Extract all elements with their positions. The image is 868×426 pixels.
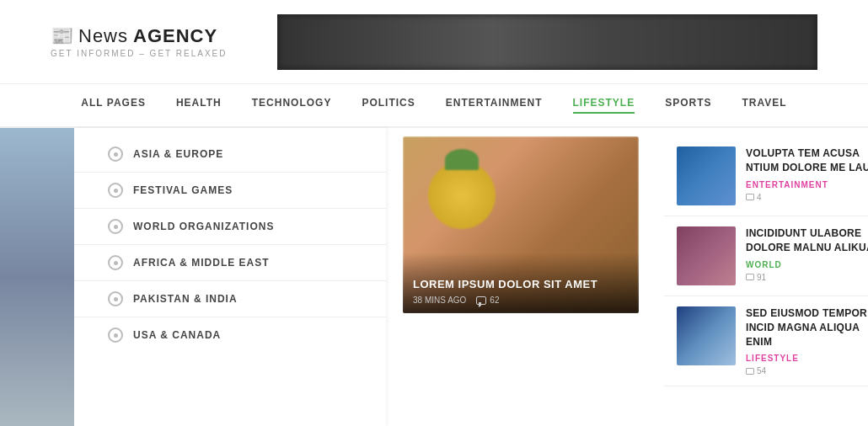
center-content: LOREM IPSUM DOLOR SIT AMET 38 MINS AGO 6… [386,128,656,426]
article-category-1: ENTERTAINMENT [746,180,868,189]
sidebar-label-festival-games: FESTIVAL GAMES [133,184,233,196]
article-headline-3: SED EIUSMOD TEMPOR INCID MAGNA ALIQUA EN… [746,306,868,349]
left-blur-bg [0,128,74,426]
article-item-2[interactable]: INCIDIDUNT ULABORE DOLORE MALNU ALIKUA W… [664,216,868,296]
bullet-icon [108,255,123,270]
main-content: ASIA & EUROPE FESTIVAL GAMES WORLD ORGAN… [0,128,868,426]
nav-lifestyle[interactable]: LIFESTYLE [573,97,635,114]
inner-content: ASIA & EUROPE FESTIVAL GAMES WORLD ORGAN… [74,128,868,426]
sidebar-item-festival-games[interactable]: FESTIVAL GAMES [74,173,386,209]
bullet-icon [108,146,123,162]
sidebar-item-usa-canada[interactable]: USA & CANADA [74,317,386,353]
nav-technology[interactable]: TECHNOLOGY [252,97,332,114]
article-item-1[interactable]: VOLUPTA TEM ACUSA NTIUM DOLORE ME LAUD E… [664,136,868,216]
article-thumb-3 [677,306,736,365]
article-thumb-1 [677,146,736,205]
featured-title: LOREM IPSUM DOLOR SIT AMET [413,278,629,290]
comment-icon-1 [746,194,754,200]
comment-count: 62 [476,296,499,305]
banner-blur [277,14,817,70]
header: 📰 NewsAGENCY GET INFORMED – GET RELAXED [0,0,868,84]
featured-meta: 38 MINS AGO 62 [413,296,629,305]
article-comments-3: 54 [757,366,766,375]
logo-text-news: News [78,25,128,47]
article-item-3[interactable]: SED EIUSMOD TEMPOR INCID MAGNA ALIQUA EN… [664,296,868,386]
comment-box-2: 91 [746,273,766,282]
header-banner [277,14,817,70]
sidebar-label-africa-middle-east: AFRICA & MIDDLE EAST [133,257,270,269]
article-info-3: SED EIUSMOD TEMPOR INCID MAGNA ALIQUA EN… [746,306,868,375]
sidebar: ASIA & EUROPE FESTIVAL GAMES WORLD ORGAN… [74,128,386,426]
logo-tagline: GET INFORMED – GET RELAXED [51,49,227,58]
logo-title: 📰 NewsAGENCY [51,25,227,47]
nav-entertainment[interactable]: ENTERTAINMENT [446,97,543,114]
logo-text-agency: AGENCY [133,25,217,47]
article-info-2: INCIDIDUNT ULABORE DOLORE MALNU ALIKUA W… [746,226,868,285]
article-info-1: VOLUPTA TEM ACUSA NTIUM DOLORE ME LAUD E… [746,146,868,205]
sidebar-label-pakistan-india: PAKISTAN & INDIA [133,293,238,305]
article-meta-2: 91 [746,273,868,282]
sidebar-item-world-organizations[interactable]: WORLD ORGANIZATIONS [74,209,386,245]
comment-icon-2 [746,274,754,280]
comment-icon-3 [746,368,754,375]
sidebar-label-usa-canada: USA & CANADA [133,329,221,341]
featured-comment-count: 62 [490,296,499,305]
nav-politics[interactable]: POLITICS [362,97,415,114]
sidebar-label-asia-europe: ASIA & EUROPE [133,148,223,160]
nav-all-pages[interactable]: ALL PAGES [81,97,146,114]
newspaper-icon: 📰 [51,25,73,47]
bullet-icon [108,327,123,343]
right-articles: VOLUPTA TEM ACUSA NTIUM DOLORE ME LAUD E… [656,128,868,426]
comment-box-1: 4 [746,193,762,202]
sidebar-item-asia-europe[interactable]: ASIA & EUROPE [74,136,386,173]
article-meta-3: 54 [746,366,868,375]
featured-overlay: LOREM IPSUM DOLOR SIT AMET 38 MINS AGO 6… [403,253,639,313]
bullet-icon [108,183,123,198]
nav-travel[interactable]: TRAVEL [742,97,787,114]
bullet-icon [108,219,123,234]
sidebar-label-world-organizations: WORLD ORGANIZATIONS [133,221,274,232]
nav-health[interactable]: HEALTH [176,97,222,114]
comment-bubble-icon [476,296,486,305]
nav-sports[interactable]: SPORTS [665,97,711,114]
bullet-icon [108,291,123,306]
featured-time: 38 MINS AGO [413,296,466,305]
article-headline-1: VOLUPTA TEM ACUSA NTIUM DOLORE ME LAUD [746,146,868,175]
article-meta-1: 4 [746,193,868,202]
article-thumb-2 [677,226,736,285]
article-category-2: WORLD [746,260,868,269]
featured-card[interactable]: LOREM IPSUM DOLOR SIT AMET 38 MINS AGO 6… [403,136,639,313]
logo: 📰 NewsAGENCY GET INFORMED – GET RELAXED [51,25,227,58]
sidebar-item-pakistan-india[interactable]: PAKISTAN & INDIA [74,281,386,317]
article-headline-2: INCIDIDUNT ULABORE DOLORE MALNU ALIKUA [746,226,868,255]
article-comments-2: 91 [757,273,766,282]
sidebar-item-africa-middle-east[interactable]: AFRICA & MIDDLE EAST [74,245,386,281]
comment-box-3: 54 [746,366,766,375]
article-category-3: LIFESTYLE [746,354,868,363]
nav-bar: ALL PAGES HEALTH TECHNOLOGY POLITICS ENT… [0,84,868,128]
article-comments-1: 4 [757,193,762,202]
